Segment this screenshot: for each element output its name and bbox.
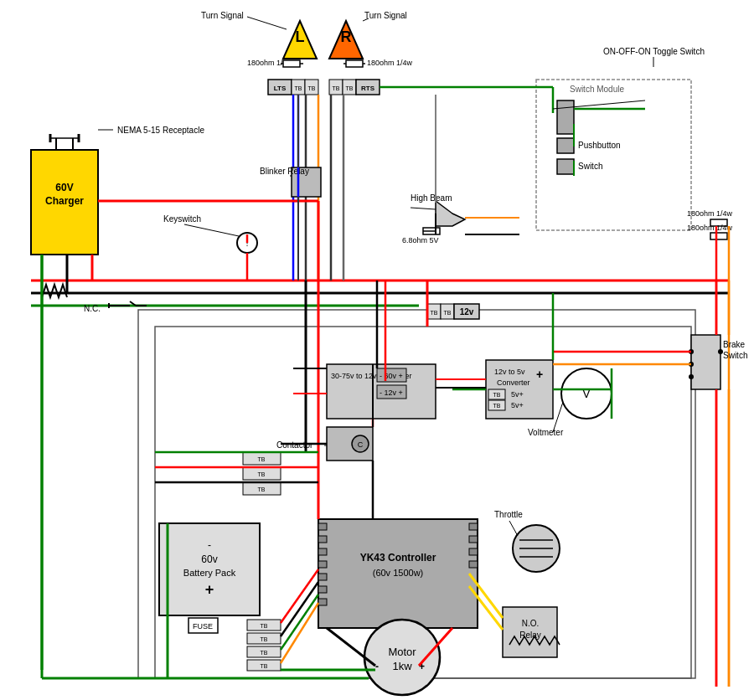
svg-rect-150 <box>318 548 327 555</box>
svg-text:Motor: Motor <box>388 646 416 658</box>
svg-rect-155 <box>469 523 478 530</box>
svg-text:TB: TB <box>333 85 340 91</box>
svg-rect-39 <box>346 60 363 67</box>
svg-text:TB: TB <box>258 471 266 477</box>
svg-rect-154 <box>318 599 327 605</box>
svg-text:Converter: Converter <box>497 378 530 387</box>
svg-text:RTS: RTS <box>361 85 375 92</box>
svg-text:12v: 12v <box>460 307 474 317</box>
svg-point-92 <box>718 349 723 354</box>
svg-text:TB: TB <box>431 310 438 316</box>
svg-text:5v+: 5v+ <box>511 390 524 399</box>
svg-text:TB: TB <box>346 85 354 91</box>
svg-text:+: + <box>536 368 543 381</box>
svg-text:ON-OFF-ON Toggle Switch: ON-OFF-ON Toggle Switch <box>603 47 705 56</box>
svg-text:Turn Signal: Turn Signal <box>201 11 244 20</box>
svg-text:Switch: Switch <box>578 162 602 171</box>
svg-rect-86 <box>691 335 720 389</box>
svg-text:Brake: Brake <box>723 340 746 349</box>
svg-text:TB: TB <box>308 85 316 91</box>
svg-text:TB: TB <box>261 650 268 656</box>
svg-text:Pushbutton: Pushbutton <box>578 141 621 150</box>
svg-text:Blinker Relay: Blinker Relay <box>260 167 309 176</box>
svg-text:LTS: LTS <box>274 85 287 92</box>
svg-point-91 <box>689 374 694 379</box>
svg-text:Contactor: Contactor <box>276 440 313 450</box>
svg-text:-: - <box>375 661 379 672</box>
svg-text:TB: TB <box>261 663 268 669</box>
svg-rect-152 <box>318 574 327 580</box>
wiring-diagram: 60V Charger NEMA 5-15 Receptacle Switch … <box>0 0 754 700</box>
svg-text:R: R <box>341 28 352 45</box>
svg-rect-149 <box>318 536 327 543</box>
svg-text:C: C <box>358 440 364 449</box>
svg-rect-158 <box>469 561 478 568</box>
svg-text:1kw: 1kw <box>392 660 412 672</box>
svg-text:High Beam: High Beam <box>411 193 452 203</box>
svg-text:Turn Signal: Turn Signal <box>364 11 407 20</box>
svg-rect-66 <box>557 100 574 134</box>
svg-text:180ohm 1/4w: 180ohm 1/4w <box>367 59 413 67</box>
svg-text:60v: 60v <box>201 553 217 565</box>
svg-text:N.O.: N.O. <box>522 619 540 628</box>
svg-text:+: + <box>205 581 214 598</box>
svg-rect-151 <box>318 561 327 568</box>
svg-rect-157 <box>469 548 478 555</box>
svg-text:NEMA 5-15 Receptacle: NEMA 5-15 Receptacle <box>117 126 204 135</box>
svg-rect-148 <box>318 523 327 530</box>
svg-text:L: L <box>296 28 305 45</box>
svg-text:Charger: Charger <box>45 195 84 207</box>
svg-text:180ohm 1/4w: 180ohm 1/4w <box>687 224 733 232</box>
svg-rect-156 <box>469 536 478 543</box>
svg-rect-69 <box>557 159 574 174</box>
svg-rect-83 <box>710 233 727 239</box>
svg-text:Switch: Switch <box>723 351 747 360</box>
svg-text:TB: TB <box>261 636 268 642</box>
svg-text:TB: TB <box>444 310 452 316</box>
svg-rect-153 <box>318 586 327 593</box>
svg-text:TB: TB <box>258 456 266 462</box>
svg-rect-35 <box>283 60 300 67</box>
svg-text:YK43 Controller: YK43 Controller <box>360 552 436 564</box>
svg-text:Battery Pack: Battery Pack <box>183 568 236 578</box>
svg-text:6.8ohm 5V: 6.8ohm 5V <box>402 236 439 244</box>
svg-text:Throttle: Throttle <box>494 510 523 519</box>
svg-text:-: - <box>208 539 211 551</box>
svg-text:TB: TB <box>261 623 268 629</box>
svg-text:(60v 1500w): (60v 1500w) <box>373 568 424 578</box>
svg-text:TB: TB <box>258 486 266 492</box>
svg-text:N.C.: N.C. <box>84 304 101 313</box>
svg-text:5v+: 5v+ <box>511 401 524 409</box>
svg-text:TB: TB <box>493 403 501 409</box>
svg-text:60V: 60V <box>55 182 73 193</box>
svg-text:TB: TB <box>295 85 302 91</box>
svg-text:Keyswitch: Keyswitch <box>163 214 201 224</box>
svg-text:TB: TB <box>493 392 501 398</box>
svg-rect-67 <box>557 138 574 153</box>
svg-text:12v to 5v: 12v to 5v <box>494 368 525 376</box>
svg-text:Voltmeter: Voltmeter <box>528 428 564 437</box>
svg-text:- 60v +: - 60v + <box>380 372 403 380</box>
svg-text:FUSE: FUSE <box>193 622 213 631</box>
svg-text:Switch Module: Switch Module <box>570 85 624 94</box>
svg-text:- 12v +: - 12v + <box>380 389 403 397</box>
svg-text:180ohm 1/4w: 180ohm 1/4w <box>687 209 733 218</box>
